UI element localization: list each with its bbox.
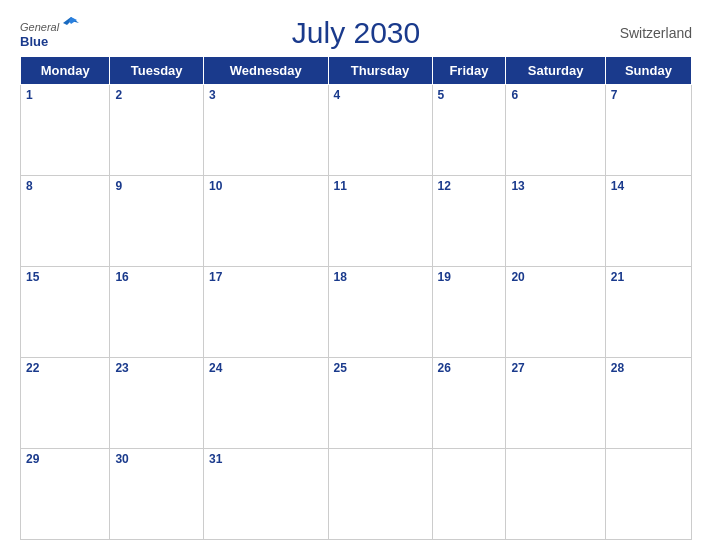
calendar-cell: 28 bbox=[605, 358, 691, 449]
calendar-cell: 6 bbox=[506, 85, 605, 176]
calendar-cell: 20 bbox=[506, 267, 605, 358]
calendar-cell: 9 bbox=[110, 176, 204, 267]
calendar-cell: 15 bbox=[21, 267, 110, 358]
calendar-cell: 19 bbox=[432, 267, 506, 358]
day-number: 26 bbox=[438, 361, 501, 375]
week-row-5: 293031 bbox=[21, 449, 692, 540]
calendar-cell: 7 bbox=[605, 85, 691, 176]
calendar-cell: 13 bbox=[506, 176, 605, 267]
calendar-header-row: MondayTuesdayWednesdayThursdayFridaySatu… bbox=[21, 57, 692, 85]
calendar-cell: 12 bbox=[432, 176, 506, 267]
calendar-cell: 24 bbox=[203, 358, 328, 449]
day-number: 6 bbox=[511, 88, 599, 102]
day-number: 24 bbox=[209, 361, 323, 375]
header-thursday: Thursday bbox=[328, 57, 432, 85]
week-row-2: 891011121314 bbox=[21, 176, 692, 267]
calendar-cell: 21 bbox=[605, 267, 691, 358]
calendar-cell: 18 bbox=[328, 267, 432, 358]
day-number: 1 bbox=[26, 88, 104, 102]
day-number: 4 bbox=[334, 88, 427, 102]
day-number: 21 bbox=[611, 270, 686, 284]
calendar-cell: 29 bbox=[21, 449, 110, 540]
calendar-cell: 30 bbox=[110, 449, 204, 540]
country-label: Switzerland bbox=[620, 25, 692, 41]
header-saturday: Saturday bbox=[506, 57, 605, 85]
days-of-week-row: MondayTuesdayWednesdayThursdayFridaySatu… bbox=[21, 57, 692, 85]
calendar-cell: 17 bbox=[203, 267, 328, 358]
calendar-header: General Blue July 2030 Switzerland bbox=[20, 10, 692, 50]
day-number: 17 bbox=[209, 270, 323, 284]
day-number: 23 bbox=[115, 361, 198, 375]
calendar-title: July 2030 bbox=[292, 16, 420, 50]
calendar-table: MondayTuesdayWednesdayThursdayFridaySatu… bbox=[20, 56, 692, 540]
day-number: 22 bbox=[26, 361, 104, 375]
logo-general-text: General bbox=[20, 21, 59, 33]
week-row-1: 1234567 bbox=[21, 85, 692, 176]
calendar-cell bbox=[605, 449, 691, 540]
day-number: 29 bbox=[26, 452, 104, 466]
header-friday: Friday bbox=[432, 57, 506, 85]
calendar-cell: 5 bbox=[432, 85, 506, 176]
logo: General Blue bbox=[20, 17, 59, 49]
calendar-cell bbox=[432, 449, 506, 540]
week-row-3: 15161718192021 bbox=[21, 267, 692, 358]
calendar-cell bbox=[506, 449, 605, 540]
calendar-cell: 26 bbox=[432, 358, 506, 449]
day-number: 3 bbox=[209, 88, 323, 102]
day-number: 18 bbox=[334, 270, 427, 284]
calendar-cell: 8 bbox=[21, 176, 110, 267]
day-number: 5 bbox=[438, 88, 501, 102]
header-wednesday: Wednesday bbox=[203, 57, 328, 85]
calendar-cell: 16 bbox=[110, 267, 204, 358]
calendar-cell: 25 bbox=[328, 358, 432, 449]
calendar-cell: 3 bbox=[203, 85, 328, 176]
calendar-cell: 31 bbox=[203, 449, 328, 540]
header-sunday: Sunday bbox=[605, 57, 691, 85]
day-number: 13 bbox=[511, 179, 599, 193]
calendar-cell: 4 bbox=[328, 85, 432, 176]
logo-blue-text: Blue bbox=[20, 35, 48, 49]
header-monday: Monday bbox=[21, 57, 110, 85]
calendar-cell: 2 bbox=[110, 85, 204, 176]
day-number: 27 bbox=[511, 361, 599, 375]
calendar-cell: 22 bbox=[21, 358, 110, 449]
day-number: 20 bbox=[511, 270, 599, 284]
day-number: 28 bbox=[611, 361, 686, 375]
day-number: 8 bbox=[26, 179, 104, 193]
calendar-body: 1234567891011121314151617181920212223242… bbox=[21, 85, 692, 540]
calendar-cell: 23 bbox=[110, 358, 204, 449]
day-number: 7 bbox=[611, 88, 686, 102]
calendar-cell: 14 bbox=[605, 176, 691, 267]
day-number: 9 bbox=[115, 179, 198, 193]
week-row-4: 22232425262728 bbox=[21, 358, 692, 449]
logo-bird-icon bbox=[63, 15, 79, 31]
day-number: 15 bbox=[26, 270, 104, 284]
day-number: 31 bbox=[209, 452, 323, 466]
day-number: 25 bbox=[334, 361, 427, 375]
day-number: 11 bbox=[334, 179, 427, 193]
day-number: 14 bbox=[611, 179, 686, 193]
day-number: 30 bbox=[115, 452, 198, 466]
calendar-cell: 1 bbox=[21, 85, 110, 176]
day-number: 10 bbox=[209, 179, 323, 193]
day-number: 12 bbox=[438, 179, 501, 193]
day-number: 2 bbox=[115, 88, 198, 102]
calendar-cell: 10 bbox=[203, 176, 328, 267]
header-tuesday: Tuesday bbox=[110, 57, 204, 85]
day-number: 19 bbox=[438, 270, 501, 284]
calendar-cell bbox=[328, 449, 432, 540]
calendar-cell: 27 bbox=[506, 358, 605, 449]
day-number: 16 bbox=[115, 270, 198, 284]
calendar-cell: 11 bbox=[328, 176, 432, 267]
